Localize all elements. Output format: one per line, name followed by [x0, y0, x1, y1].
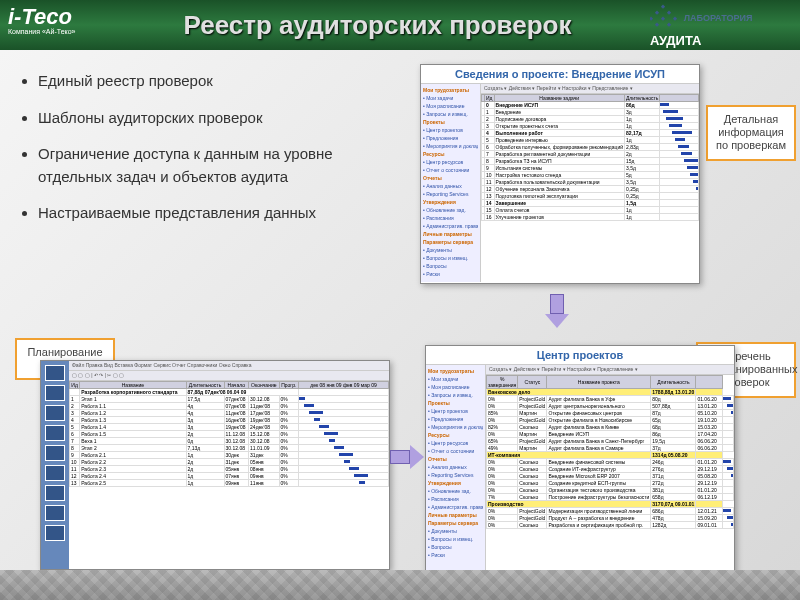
screenshot-project-details: Сведения о проекте: Внедрение ИСУП Мои т…	[420, 64, 700, 284]
svg-rect-6	[655, 22, 659, 26]
svg-rect-5	[673, 16, 677, 20]
svg-rect-0	[661, 4, 665, 8]
svg-rect-4	[661, 16, 665, 20]
shot3-title: Центр проектов	[426, 346, 734, 365]
screenshot-project-center: Центр проектов Мои трудозатраты• Мои зад…	[425, 345, 735, 590]
arrow-down-icon	[545, 294, 569, 328]
screenshot-gantt: Файл Правка Вид Вставка Формат Сервис От…	[40, 360, 390, 570]
shot3-toolbar: Создать ▾ Действия ▾ Перейти ▾ Настройки…	[486, 365, 734, 375]
bullet-item: Единый реестр проверок	[38, 70, 370, 93]
slide-title: Реестр аудиторских проверок	[105, 12, 650, 38]
logo-iteco: i-Teco Компания «Ай-Теко»	[0, 0, 105, 50]
callout-details: Детальная информация по проверкам	[706, 105, 796, 161]
shot1-toolbar: Создать ▾ Действия ▾ Перейти ▾ Настройки…	[481, 84, 699, 94]
svg-rect-7	[667, 22, 671, 26]
bullet-item: Шаблоны аудиторских проверок	[38, 107, 370, 130]
shot2-toolbar: ▢ ▢ ▢ | ↶ ↷ | ✂ ▢ ▢	[69, 371, 389, 381]
shot3-table: % завершенияСтатусНазвание проектаДлител…	[486, 375, 734, 529]
bullet-item: Ограничение доступа к данным на уровне о…	[38, 143, 370, 188]
bullet-item: Настраиваемые представления данных	[38, 202, 370, 225]
bullet-list: Единый реестр проверок Шаблоны аудиторск…	[20, 70, 370, 239]
shot3-sidebar: Мои трудозатраты• Мои задачи• Моя распис…	[426, 365, 486, 588]
svg-rect-1	[655, 10, 659, 14]
logo-lab: ЛАБОРАТОРИЯ АУДИТА	[650, 3, 800, 48]
shot1-table: ИдНазвание задачиДлительность0Внедрение …	[481, 94, 699, 221]
svg-rect-3	[650, 16, 653, 20]
svg-rect-2	[667, 10, 671, 14]
shot1-title: Сведения о проекте: Внедрение ИСУП	[421, 65, 699, 84]
shot1-sidebar: Мои трудозатраты• Мои задачи• Моя распис…	[421, 84, 481, 282]
shot2-menubar: Файл Правка Вид Вставка Формат Сервис От…	[69, 361, 389, 371]
slide-content: Единый реестр проверок Шаблоны аудиторск…	[0, 50, 800, 570]
slide-footer	[0, 570, 800, 600]
shot2-table: ИдНазваниеДлительностьНачалоОкончаниеПро…	[69, 381, 389, 487]
shot2-iconbar	[41, 361, 69, 569]
slide-header: i-Teco Компания «Ай-Теко» Реестр аудитор…	[0, 0, 800, 50]
arrow-right-icon	[390, 445, 424, 469]
